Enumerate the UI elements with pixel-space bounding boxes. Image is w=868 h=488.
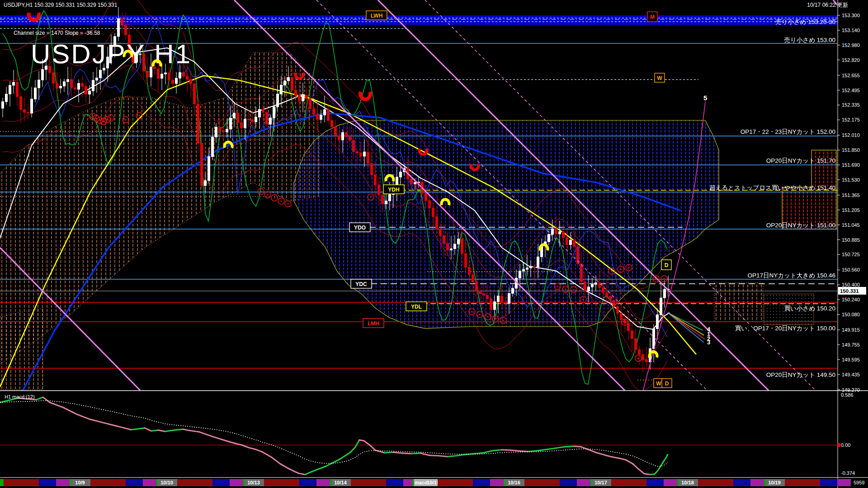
chart-canvas[interactable]: USDJPY H1 54123LWHMWYDHYDOYDCYDLLMHDWD売り… bbox=[0, 0, 868, 488]
annotation-text[interactable]: 買い小さめ 150.20 bbox=[784, 305, 836, 312]
candle-bear bbox=[617, 306, 619, 313]
timeline-date-label: 10/17 bbox=[594, 480, 607, 485]
ohlc-info-line: USDJPY,H1 150.329 150.331 150.329 150.33… bbox=[4, 2, 118, 8]
channel-info-label[interactable]: Channel size = 1470 Slope = -36.58 bbox=[14, 30, 100, 36]
timeline-green-tick bbox=[243, 479, 245, 486]
candle-bull bbox=[99, 70, 102, 78]
timeline-date-label: 10/15 bbox=[427, 480, 439, 485]
candle-bull bbox=[588, 287, 590, 291]
candle-bear bbox=[241, 122, 243, 128]
timeline-green-tick bbox=[412, 479, 414, 486]
candle-bear bbox=[461, 239, 463, 253]
macd-line-segment bbox=[384, 452, 393, 453]
candle-bear bbox=[410, 179, 413, 184]
macd-line-segment bbox=[502, 450, 511, 450]
candle-bear bbox=[439, 229, 442, 235]
candle-bull bbox=[324, 109, 326, 115]
timeline-segment bbox=[664, 479, 677, 486]
entry-circle-dot bbox=[624, 321, 625, 323]
mt4-chart-window: USDJPY H1 54123LWHMWYDHYDOYDCYDLLMHDWD売り… bbox=[0, 0, 868, 488]
timeline-green-tick bbox=[70, 479, 71, 486]
candle-bull bbox=[259, 109, 261, 117]
candle-bull bbox=[570, 240, 572, 244]
candle-bear bbox=[465, 253, 467, 267]
timeline-bar[interactable]: 10/910/1010/1310/14macd10/1510/1610/1710… bbox=[0, 479, 851, 486]
axis-tick-label: 149.270 bbox=[842, 387, 860, 393]
entry-circle-dot bbox=[287, 203, 288, 204]
candle-bear bbox=[378, 185, 380, 195]
candle-bear bbox=[425, 193, 427, 201]
macd-line-segment bbox=[475, 453, 484, 454]
candle-bear bbox=[183, 72, 185, 76]
entry-circle-dot bbox=[565, 288, 566, 290]
timeline-segment bbox=[577, 479, 590, 486]
candle-bear bbox=[16, 82, 19, 97]
annotation-text[interactable]: OP17・22・23日NYカット 152.00 bbox=[741, 128, 835, 135]
timeline-green-tick bbox=[330, 479, 332, 486]
pivot-label-text: LMH bbox=[368, 320, 379, 327]
annotation-text[interactable]: OP20日NYカット 149.50 bbox=[766, 371, 835, 378]
annotation-text[interactable]: 売り小さめ 153.00 bbox=[784, 37, 836, 43]
axis-tick-label: 152.980 bbox=[842, 42, 860, 48]
candle-bear bbox=[580, 264, 583, 282]
pivot-label-text: YDC bbox=[355, 281, 367, 287]
macd-line-segment bbox=[393, 452, 402, 453]
candle-bear bbox=[335, 127, 337, 136]
candle-bear bbox=[27, 113, 29, 113]
macd-line-segment bbox=[493, 450, 502, 450]
annotation-text[interactable]: 売り小さめ 153.20-30 bbox=[775, 19, 835, 25]
pivot-label-text: LWH bbox=[371, 13, 383, 19]
timeline-segment bbox=[490, 479, 504, 486]
candle-bear bbox=[606, 293, 608, 296]
macd-line-segment bbox=[650, 474, 655, 474]
axis-tick-label: 149.435 bbox=[842, 372, 860, 377]
macd-zero-marker bbox=[838, 443, 840, 447]
annotation-text[interactable]: 買い、OP17・20日NYカット 150.00 bbox=[735, 325, 835, 332]
candle-bull bbox=[60, 86, 62, 88]
candle-bear bbox=[436, 216, 438, 229]
macd-axis-label: 0.00 bbox=[841, 442, 850, 448]
annotation-text[interactable]: OP17日NYカット大きめ 150.46 bbox=[748, 272, 835, 279]
candle-bull bbox=[653, 328, 655, 348]
candle-bear bbox=[635, 338, 637, 349]
candle-bull bbox=[67, 80, 69, 82]
candle-bear bbox=[432, 208, 434, 216]
macd-line-segment bbox=[429, 455, 439, 456]
axis-tick-label: 153.300 bbox=[842, 13, 860, 18]
candle-bull bbox=[5, 94, 8, 102]
candle-bear bbox=[490, 299, 492, 310]
entry-circle-dot bbox=[418, 185, 419, 187]
candle-bear bbox=[222, 131, 225, 132]
candle-bear bbox=[566, 238, 568, 244]
timeline-segment bbox=[837, 479, 851, 486]
candle-bear bbox=[190, 80, 192, 84]
candle-bear bbox=[573, 240, 576, 247]
timeline-segment bbox=[820, 479, 837, 486]
macd-axis-label: -0.374 bbox=[841, 470, 855, 476]
candle-bull bbox=[454, 244, 456, 249]
candle-bear bbox=[609, 296, 612, 300]
macd-line-segment bbox=[411, 453, 420, 454]
entry-circle-dot bbox=[582, 299, 584, 300]
axis-tick-label: 151.850 bbox=[842, 147, 860, 153]
candle-bull bbox=[96, 78, 98, 80]
candle-bull bbox=[342, 132, 344, 140]
timeline-segment bbox=[90, 479, 126, 486]
candle-bear bbox=[627, 323, 630, 331]
candle-bull bbox=[320, 115, 322, 120]
candle-bear bbox=[251, 120, 254, 122]
macd-line-segment bbox=[574, 446, 581, 447]
candle-bear bbox=[331, 121, 333, 127]
candle-bear bbox=[193, 84, 196, 104]
candle-bear bbox=[429, 201, 431, 208]
axis-tick-label: 151.045 bbox=[842, 222, 860, 228]
entry-circle-dot bbox=[274, 197, 275, 198]
candle-bull bbox=[280, 85, 283, 94]
axis-tick-label: 151.690 bbox=[842, 162, 860, 168]
annotation-text[interactable]: 超えるとストップロス買いやや小さめ 151.40 bbox=[709, 184, 835, 191]
pivot-label-text: W bbox=[657, 75, 662, 81]
annotation-text[interactable]: OP20日NYカット 151.70 bbox=[766, 157, 835, 164]
candle-bear bbox=[533, 267, 536, 267]
annotation-text[interactable]: OP20日NYカット 151.00 bbox=[766, 222, 835, 229]
candle-bear bbox=[646, 360, 648, 362]
